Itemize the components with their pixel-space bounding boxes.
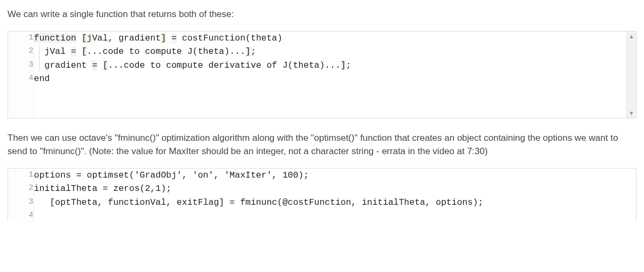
- code-row: 1 function [jVal, gradient] = costFuncti…: [8, 31, 636, 45]
- intro-paragraph-1: We can write a single function that retu…: [7, 7, 637, 21]
- line-number: 2: [8, 182, 34, 196]
- scroll-up-icon[interactable]: ▲: [627, 31, 636, 41]
- code-line: initialTheta = zeros(2,1);: [34, 182, 636, 196]
- line-number: 1: [8, 169, 34, 182]
- line-number: 4: [8, 72, 34, 86]
- code-line: jVal = [...code to compute J(theta)...];: [34, 45, 636, 59]
- code-row: 4: [8, 209, 636, 221]
- code-table-1: 1 function [jVal, gradient] = costFuncti…: [8, 31, 636, 118]
- line-number: 3: [8, 196, 34, 210]
- code-line: [optTheta, functionVal, exitFlag] = fmin…: [34, 196, 636, 210]
- line-number: 1: [8, 31, 34, 45]
- code-row: 2 jVal = [...code to compute J(theta)...…: [8, 45, 636, 59]
- line-number: 4: [8, 209, 34, 221]
- scrollbar-vertical[interactable]: ▲ ▼: [626, 31, 636, 118]
- code-line: [34, 209, 636, 221]
- code-padding-row: [8, 86, 636, 118]
- code-row: 3 gradient = [...code to compute derivat…: [8, 59, 636, 73]
- code-row: 4 end: [8, 72, 636, 86]
- code-line: options = optimset('GradObj', 'on', 'Max…: [34, 169, 636, 182]
- code-block-2: 1 options = optimset('GradObj', 'on', 'M…: [7, 168, 637, 222]
- code-line: gradient = [...code to compute derivativ…: [34, 59, 636, 73]
- code-row: 1 options = optimset('GradObj', 'on', 'M…: [8, 169, 636, 182]
- code-row: 3 [optTheta, functionVal, exitFlag] = fm…: [8, 196, 636, 210]
- code-row: 2 initialTheta = zeros(2,1);: [8, 182, 636, 196]
- code-block-1: 1 function [jVal, gradient] = costFuncti…: [7, 31, 637, 118]
- code-table-2: 1 options = optimset('GradObj', 'on', 'M…: [8, 169, 636, 222]
- intro-paragraph-2: Then we can use octave's "fminunc()" opt…: [7, 131, 637, 158]
- scroll-down-icon[interactable]: ▼: [627, 108, 636, 118]
- code-line: function [jVal, gradient] = costFunction…: [34, 31, 636, 45]
- line-number: 2: [8, 45, 34, 59]
- line-number: 3: [8, 59, 34, 73]
- code-line: end: [34, 72, 636, 86]
